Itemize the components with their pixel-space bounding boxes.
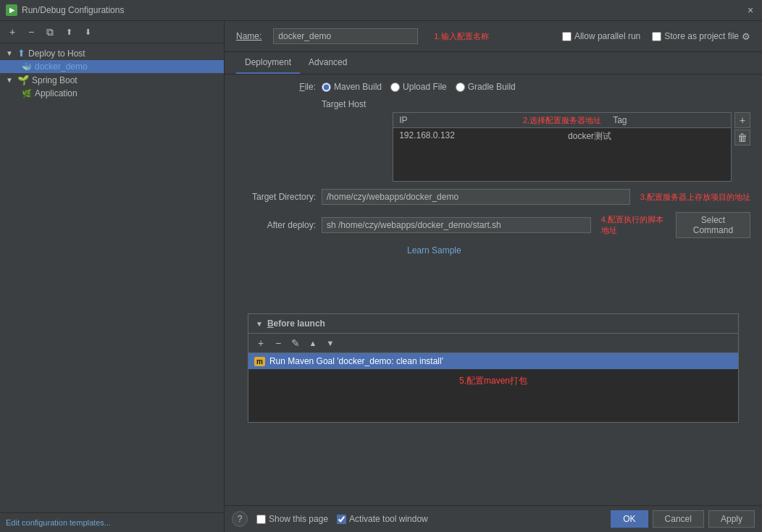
annotation-5-row: 5.配置maven打包	[248, 369, 738, 393]
bl-empty-space	[248, 393, 738, 422]
run-debug-config-window: ▶ Run/Debug Configurations × + − ⧉ ⬆ ⬇ ▼…	[0, 0, 762, 532]
before-launch-chevron-icon: ▼	[256, 320, 263, 328]
annotation-3: 3.配置服务器上存放项目的地址	[640, 192, 750, 203]
copy-config-button[interactable]: ⧉	[42, 24, 58, 40]
after-deploy-input[interactable]	[322, 217, 591, 233]
target-dir-input[interactable]	[322, 189, 630, 205]
maven-build-option[interactable]: Maven Build	[322, 82, 382, 92]
store-project-label: Store as project file ⚙	[652, 31, 750, 42]
ip-header: IP	[393, 113, 517, 127]
edit-templates-link[interactable]: Edit configuration templates...	[6, 518, 111, 527]
target-host-label: Target Host	[322, 99, 750, 109]
scrollable-form: File: Maven Build Upload File	[225, 75, 762, 505]
move-config-up-button[interactable]: ⬆	[61, 24, 77, 40]
apply-button[interactable]: Apply	[708, 510, 755, 528]
remove-config-button[interactable]: −	[23, 24, 39, 40]
name-input[interactable]	[273, 28, 418, 44]
table-empty	[393, 145, 731, 181]
deploy-to-host-group: ▼ ⬆ Deploy to Host 🐳 docker_demo	[0, 46, 224, 73]
gradle-build-option[interactable]: Gradle Build	[456, 82, 516, 92]
move-config-down-button[interactable]: ⬇	[80, 24, 96, 40]
table-side-buttons: + 🗑	[732, 112, 750, 145]
bl-move-down-button[interactable]: ▼	[322, 336, 338, 350]
title-bar-left: ▶ Run/Debug Configurations	[6, 4, 124, 16]
main-content-wrapper: File: Maven Build Upload File	[225, 75, 762, 532]
content-area: + − ⧉ ⬆ ⬇ ▼ ⬆ Deploy to Host 🐳 docker_de…	[0, 21, 762, 532]
chevron-down-icon2: ▼	[6, 76, 14, 84]
main-panel: Name: 1.输入配置名称 Allow parallel run Store …	[225, 21, 762, 532]
cancel-button[interactable]: Cancel	[653, 510, 704, 528]
deploy-group-label: Deploy to Host	[28, 48, 85, 59]
learn-sample-link[interactable]: Learn Sample	[407, 245, 461, 256]
before-launch-section: ▼ Before launch + − ✎ ▲ ▼	[248, 313, 739, 423]
tab-advanced[interactable]: Advanced	[300, 52, 356, 74]
bl-move-up-button[interactable]: ▲	[305, 336, 321, 350]
sidebar-tree: ▼ ⬆ Deploy to Host 🐳 docker_demo ▼ 🌱 Spr…	[0, 43, 224, 512]
ip-cell: 192.168.0.132	[393, 128, 562, 145]
bl-edit-button[interactable]: ✎	[288, 336, 303, 350]
before-launch-header[interactable]: ▼ Before launch	[248, 314, 738, 334]
show-page-checkbox[interactable]	[256, 515, 266, 524]
gear-icon[interactable]: ⚙	[742, 31, 750, 42]
learn-sample-row: Learn Sample	[322, 245, 750, 256]
tag-cell: docker测试	[562, 128, 731, 145]
target-host-section: Target Host IP 2.选择配置服务器地址 Tag 192	[236, 99, 750, 182]
target-host-row: IP 2.选择配置服务器地址 Tag 192.168.0.132 docker测…	[236, 112, 750, 182]
allow-parallel-label: Allow parallel run	[562, 31, 640, 41]
maven-icon: m	[254, 357, 265, 366]
target-dir-label: Target Directory:	[236, 192, 316, 202]
spring-boot-group: ▼ 🌱 Spring Boot 🌿 Application	[0, 73, 224, 100]
activate-tw-checkbox[interactable]	[337, 515, 346, 524]
after-deploy-label: After deploy:	[236, 220, 316, 230]
docker-config-icon: 🐳	[22, 62, 32, 72]
add-host-button[interactable]: +	[734, 112, 750, 128]
spring-group-label: Spring Boot	[32, 75, 78, 85]
show-page-label: Show this page	[256, 514, 328, 524]
docker-demo-item[interactable]: 🐳 docker_demo	[0, 60, 224, 73]
store-project-checkbox[interactable]	[652, 32, 661, 41]
chevron-down-icon: ▼	[6, 49, 14, 57]
docker-demo-label: docker_demo	[35, 62, 88, 72]
name-row: Name: 1.输入配置名称 Allow parallel run Store …	[225, 21, 762, 52]
annotation-2: 2.选择配置服务器地址	[517, 115, 607, 126]
file-row: File: Maven Build Upload File	[236, 82, 750, 92]
help-button[interactable]: ?	[232, 511, 248, 527]
upload-file-option[interactable]: Upload File	[390, 82, 447, 92]
maven-goal-item[interactable]: m Run Maven Goal 'docker_demo: clean ins…	[248, 353, 738, 369]
deploy-to-host-group-item[interactable]: ▼ ⬆ Deploy to Host	[0, 46, 224, 60]
window-title: Run/Debug Configurations	[22, 5, 124, 15]
sidebar: + − ⧉ ⬆ ⬇ ▼ ⬆ Deploy to Host 🐳 docker_de…	[0, 21, 225, 532]
select-command-button[interactable]: Select Command	[676, 212, 750, 238]
target-dir-row: Target Directory: 3.配置服务器上存放项目的地址	[236, 189, 750, 205]
before-launch-label: Before launch	[267, 318, 325, 329]
maven-goal-label: Run Maven Goal 'docker_demo: clean insta…	[269, 356, 443, 366]
file-label: File:	[236, 82, 316, 92]
table-header: IP 2.选择配置服务器地址 Tag	[393, 113, 731, 128]
table-row: 192.168.0.132 docker测试	[393, 128, 731, 145]
app-run-icon: 🌿	[22, 89, 32, 98]
close-button[interactable]: ×	[745, 4, 756, 16]
activate-tw-label: Activate tool window	[337, 514, 428, 524]
remove-host-button[interactable]: 🗑	[734, 130, 750, 145]
application-label: Application	[35, 88, 78, 98]
allow-parallel-checkbox[interactable]	[562, 32, 572, 41]
annotation-1: 1.输入配置名称	[434, 31, 488, 42]
tag-header: Tag	[607, 113, 731, 127]
spacer	[236, 263, 750, 306]
target-host-table: IP 2.选择配置服务器地址 Tag 192.168.0.132 docker测…	[393, 112, 732, 182]
before-launch-wrapper: ▼ Before launch + − ✎ ▲ ▼	[236, 306, 750, 426]
spring-boot-group-item[interactable]: ▼ 🌱 Spring Boot	[0, 73, 224, 87]
add-config-button[interactable]: +	[4, 24, 20, 40]
tabs: Deployment Advanced	[225, 52, 762, 75]
bl-add-button[interactable]: +	[253, 336, 269, 350]
sidebar-toolbar: + − ⧉ ⬆ ⬇	[0, 21, 224, 43]
sidebar-footer: Edit configuration templates...	[0, 512, 224, 532]
annotation-5: 5.配置maven打包	[459, 375, 527, 387]
dialog-buttons: OK Cancel Apply	[611, 510, 755, 528]
application-item[interactable]: 🌿 Application	[0, 87, 224, 100]
ok-button[interactable]: OK	[611, 510, 648, 528]
tab-deployment[interactable]: Deployment	[236, 52, 300, 74]
spring-icon: 🌱	[17, 75, 29, 85]
after-deploy-row: After deploy: 4.配置执行的脚本地址 Select Command	[236, 212, 750, 238]
bl-remove-button[interactable]: −	[270, 336, 286, 350]
